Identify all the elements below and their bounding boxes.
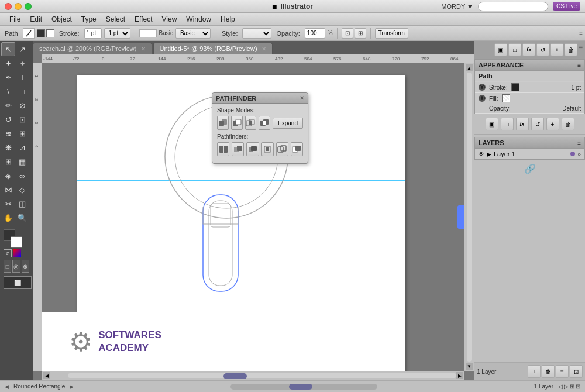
- pen-tool[interactable]: ✒: [1, 70, 15, 84]
- live-paint-select[interactable]: ◇: [15, 183, 29, 197]
- appearance-menu[interactable]: ≡: [577, 62, 581, 68]
- fill-color-swatch[interactable]: [502, 94, 510, 102]
- lasso-tool[interactable]: ⌖: [15, 56, 29, 70]
- h-scrollbar-thumb[interactable]: [223, 373, 247, 379]
- minus-front-btn[interactable]: [231, 116, 243, 130]
- intersect-btn[interactable]: [245, 116, 257, 130]
- stroke-color-swatch[interactable]: [511, 83, 519, 91]
- tab-untitled[interactable]: Untitled-5* @ 93% (RGB/Preview) ✕: [153, 43, 273, 54]
- live-paint-tool[interactable]: ⋈: [1, 183, 15, 197]
- gradient-btn[interactable]: [13, 249, 21, 257]
- scroll-right-btn[interactable]: ▶: [456, 372, 463, 379]
- new-layer-btn[interactable]: +: [528, 365, 541, 378]
- brush-tool[interactable]: ⊘: [15, 98, 29, 112]
- menu-object[interactable]: Object: [47, 14, 77, 25]
- minimize-button[interactable]: [15, 3, 22, 10]
- mesh-tool[interactable]: ⊞: [1, 154, 15, 169]
- link-icon[interactable]: 🔗: [474, 160, 585, 178]
- toolbar-options[interactable]: ≡: [579, 30, 583, 36]
- draw-normal[interactable]: □: [4, 260, 11, 273]
- bottom-btn-1[interactable]: ◁: [558, 383, 563, 390]
- panel-btn-2[interactable]: □: [508, 43, 521, 56]
- menu-file[interactable]: File: [5, 14, 25, 25]
- symbol-tool[interactable]: ❋: [1, 140, 15, 154]
- scroll-up-btn[interactable]: ▲: [466, 64, 473, 71]
- layer-eye-icon[interactable]: 👁: [479, 151, 484, 157]
- outline-btn[interactable]: [276, 142, 288, 156]
- menu-type[interactable]: Type: [77, 14, 101, 25]
- panel-btn-5[interactable]: +: [550, 43, 563, 56]
- tab-untitled-close[interactable]: ✕: [261, 46, 266, 52]
- free-transform-tool[interactable]: ⊞: [15, 126, 29, 140]
- direct-select-tool[interactable]: ↗: [15, 42, 29, 56]
- stroke-box[interactable]: [11, 236, 22, 248]
- panel-btn-6[interactable]: 🗑: [565, 43, 577, 56]
- graph-tool[interactable]: ⊿: [15, 140, 29, 154]
- zoom-tool[interactable]: 🔍: [15, 211, 29, 225]
- rotate-tool[interactable]: ↺: [1, 112, 15, 126]
- pathfinder-close[interactable]: ✕: [300, 95, 304, 101]
- gradient-tool[interactable]: ▦: [15, 154, 29, 169]
- stroke-visibility[interactable]: 👁: [479, 84, 486, 91]
- panel-btn-1[interactable]: ▣: [494, 43, 507, 56]
- close-button[interactable]: [5, 3, 12, 10]
- selection-tool[interactable]: ↖: [1, 42, 15, 56]
- blend-tool[interactable]: ∞: [15, 169, 29, 183]
- screen-mode-btn[interactable]: ⬜: [4, 276, 32, 289]
- menu-effect[interactable]: Effect: [130, 14, 157, 25]
- scroll-vertical[interactable]: ▲ ▼: [464, 63, 474, 371]
- search-input[interactable]: [478, 2, 548, 11]
- mid-icon-4[interactable]: ↺: [531, 118, 544, 130]
- draw-behind[interactable]: ◎: [12, 260, 20, 273]
- fill-color-box[interactable]: [46, 29, 54, 37]
- scissors-tool[interactable]: ✂: [1, 197, 15, 211]
- fx-btn[interactable]: fx: [522, 43, 535, 56]
- scroll-down-btn[interactable]: ▼: [466, 363, 473, 370]
- none-color-btn[interactable]: ⊘: [4, 249, 12, 257]
- tab-search[interactable]: search.ai @ 200% (RGB/Preview) ✕: [33, 43, 152, 54]
- hand-tool[interactable]: ✋: [1, 211, 15, 225]
- layer-options-btn[interactable]: ⊡: [570, 365, 583, 378]
- warp-tool[interactable]: ≋: [1, 126, 15, 140]
- user-info[interactable]: MORDY ▼: [441, 3, 473, 10]
- cs-live-button[interactable]: CS Live: [553, 2, 580, 11]
- style-select[interactable]: [242, 28, 271, 39]
- stroke-size-select[interactable]: 1 pt: [104, 28, 130, 39]
- exclude-btn[interactable]: [259, 116, 270, 130]
- bottom-arrow-right[interactable]: ▶: [70, 384, 74, 390]
- menu-edit[interactable]: Edit: [25, 14, 47, 25]
- brush-icon[interactable]: [23, 28, 35, 39]
- minus-back-btn[interactable]: [291, 142, 303, 156]
- canvas-resize-handle[interactable]: [457, 205, 464, 229]
- delete-layer-btn[interactable]: 🗑: [542, 365, 555, 378]
- mid-icon-6[interactable]: 🗑: [562, 118, 574, 130]
- scroll-horizontal[interactable]: ◀ ▶: [42, 371, 464, 380]
- layer-expand-icon[interactable]: ▶: [487, 151, 491, 157]
- merge-btn[interactable]: [246, 142, 259, 156]
- eyedropper-tool[interactable]: ◈: [1, 169, 15, 183]
- transform-btn[interactable]: Transform: [375, 28, 408, 39]
- maximize-button[interactable]: [25, 3, 32, 10]
- bottom-btn-2[interactable]: ▷: [564, 383, 569, 390]
- bottom-btn-3[interactable]: ⊞: [570, 383, 574, 390]
- magic-wand-tool[interactable]: ✦: [1, 56, 15, 70]
- stroke-color-box[interactable]: [37, 29, 45, 37]
- tab-search-close[interactable]: ✕: [141, 46, 146, 52]
- h-scrollbar-track[interactable]: [68, 373, 456, 378]
- scroll-left-btn[interactable]: ◀: [43, 372, 50, 379]
- menu-help[interactable]: Help: [216, 14, 240, 25]
- layer-menu-btn[interactable]: ≡: [556, 365, 569, 378]
- bottom-scrollbar[interactable]: [230, 384, 377, 390]
- opacity-input[interactable]: [305, 28, 325, 39]
- bottom-arrow-left[interactable]: ◀: [5, 384, 9, 390]
- stroke-style-select[interactable]: Basic: [176, 28, 211, 39]
- divide-btn[interactable]: [217, 142, 229, 156]
- draw-inside[interactable]: ⊕: [22, 260, 29, 273]
- type-tool[interactable]: T: [15, 70, 29, 84]
- right-panel-menu[interactable]: ≡: [579, 43, 583, 56]
- trim-btn[interactable]: [232, 142, 244, 156]
- menu-view[interactable]: View: [157, 14, 182, 25]
- mid-icon-1[interactable]: ▣: [486, 118, 498, 130]
- scale-tool[interactable]: ⊡: [15, 112, 29, 126]
- layers-menu[interactable]: ≡: [577, 140, 581, 146]
